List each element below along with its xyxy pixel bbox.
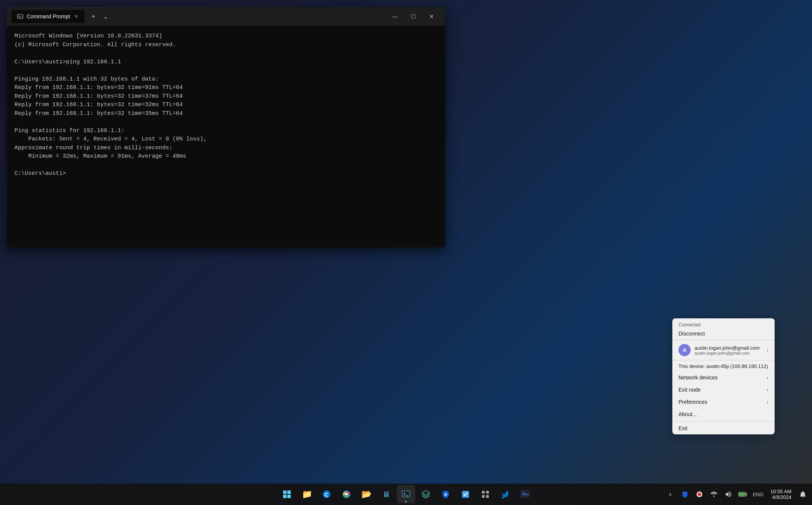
taskbar-files[interactable]: 📂 xyxy=(357,485,375,503)
taskbar-file-explorer[interactable]: 📁 xyxy=(298,485,316,503)
start-button[interactable] xyxy=(278,485,296,503)
minimize-button[interactable]: — xyxy=(386,10,404,23)
taskbar-apps[interactable] xyxy=(476,485,495,503)
tray-expand-button[interactable]: ∧ xyxy=(664,488,677,500)
taskbar-edge[interactable] xyxy=(317,485,336,503)
taskbar-vscode[interactable] xyxy=(496,485,514,503)
taskbar-tasks[interactable] xyxy=(456,485,475,503)
cmd-tab-icon xyxy=(17,13,24,20)
cmd-line-17: C:\Users\austi> xyxy=(14,169,437,178)
cmd-line-16 xyxy=(14,161,437,170)
cmd-line-4: C:\Users\austi>ping 192.168.1.1 xyxy=(14,58,437,67)
clock-time: 10:55 AM xyxy=(770,489,791,494)
taskbar: 📁 📂 xyxy=(0,484,812,505)
tab-dropdown-button[interactable]: ⌄ xyxy=(100,11,111,22)
taskbar-chrome[interactable] xyxy=(337,485,356,503)
account-chevron-icon: › xyxy=(767,347,768,353)
cmd-line-9: Reply from 192.168.1.1: bytes=32 time=32… xyxy=(14,101,437,110)
taskbar-stack[interactable] xyxy=(417,485,435,503)
svg-rect-23 xyxy=(739,493,745,496)
cmd-tab-label: Command Prompt xyxy=(27,13,70,19)
cmd-tab[interactable]: Command Prompt ✕ xyxy=(11,10,85,23)
taskbar-remote-desktop[interactable]: 🖥 xyxy=(377,485,395,503)
vpn-popup: Connected Disconnect A austin.logan.john… xyxy=(672,318,775,434)
svg-rect-15 xyxy=(486,495,489,498)
desktop: Command Prompt ✕ + ⌄ — ☐ ✕ Microsoft Win… xyxy=(0,0,812,505)
taskbar-bitwarden[interactable] xyxy=(437,485,455,503)
vpn-account-row[interactable]: A austin.logan.john@gmail.com austin.log… xyxy=(672,341,775,359)
vpn-divider-1 xyxy=(672,340,775,340)
cmd-line-3 xyxy=(14,49,437,58)
tailscale-tray-icon[interactable] xyxy=(693,488,706,500)
cmd-tab-close-button[interactable]: ✕ xyxy=(73,13,79,19)
maximize-button[interactable]: ☐ xyxy=(404,10,422,23)
preferences-chevron-icon: › xyxy=(767,399,768,405)
vpn-divider-2 xyxy=(672,360,775,360)
vpn-network-devices-item[interactable]: Network devices › xyxy=(672,371,775,384)
vpn-about-item[interactable]: About... xyxy=(672,408,775,420)
battery-tray-icon[interactable] xyxy=(737,488,749,500)
vpn-preferences-label: Preferences xyxy=(678,399,707,405)
cmd-line-5 xyxy=(14,66,437,75)
vpn-account-info: austin.logan.john@gmail.com austin.logan… xyxy=(694,345,763,355)
language-tray-icon[interactable]: ENG xyxy=(751,488,765,500)
svg-rect-12 xyxy=(482,491,485,494)
vpn-exit-node-item[interactable]: Exit node › xyxy=(672,384,775,396)
svg-marker-10 xyxy=(422,490,430,495)
vpn-preferences-item[interactable]: Preferences › xyxy=(672,396,775,408)
vpn-disconnect-button[interactable]: Disconnect xyxy=(672,328,775,339)
vpn-status-label: Connected xyxy=(678,322,768,328)
vpn-network-devices-label: Network devices xyxy=(678,374,718,381)
cmd-tab-area: Command Prompt ✕ + ⌄ xyxy=(11,10,386,23)
svg-rect-13 xyxy=(486,491,489,494)
cmd-window: Command Prompt ✕ + ⌄ — ☐ ✕ Microsoft Win… xyxy=(7,7,445,247)
notification-bell-icon[interactable] xyxy=(797,488,809,500)
cmd-line-12: Ping statistics for 192.168.1.1: xyxy=(14,127,437,136)
volume-tray-icon[interactable] xyxy=(722,488,735,500)
svg-text:PS>: PS> xyxy=(522,492,529,496)
cmd-line-13: Packets: Sent = 4, Received = 4, Lost = … xyxy=(14,135,437,144)
svg-rect-22 xyxy=(746,493,747,495)
svg-point-20 xyxy=(713,495,714,497)
cmd-titlebar: Command Prompt ✕ + ⌄ — ☐ ✕ xyxy=(7,7,445,26)
clock-area[interactable]: 10:55 AM 4/9/2024 xyxy=(767,489,794,500)
vpn-device-info: This device: austin-ll5p (100.98.190.112… xyxy=(672,361,775,371)
svg-rect-3 xyxy=(287,490,291,494)
bitwarden-tray-icon[interactable] xyxy=(679,488,691,500)
taskbar-right: ∧ xyxy=(664,488,809,500)
vpn-account-email-sub: austin.logan.john@gmail.com xyxy=(694,351,763,355)
vpn-exit-item[interactable]: Exit xyxy=(672,422,775,434)
cmd-line-7: Reply from 192.168.1.1: bytes=32 time=91… xyxy=(14,84,437,92)
vpn-exit-node-label: Exit node xyxy=(678,387,701,393)
cmd-line-8: Reply from 192.168.1.1: bytes=32 time=37… xyxy=(14,92,437,101)
cmd-line-15: Minimum = 32ms, Maximum = 91ms, Average … xyxy=(14,152,437,161)
svg-rect-5 xyxy=(287,495,291,498)
cmd-window-controls: — ☐ ✕ xyxy=(386,10,440,23)
clock-date: 4/9/2024 xyxy=(772,494,791,500)
exit-node-chevron-icon: › xyxy=(767,387,768,393)
cmd-line-10: Reply from 192.168.1.1: bytes=32 time=35… xyxy=(14,110,437,118)
cmd-line-1: Microsoft Windows [Version 10.0.22631.33… xyxy=(14,32,437,41)
vpn-about-label: About... xyxy=(678,411,697,417)
cmd-content: Microsoft Windows [Version 10.0.22631.33… xyxy=(7,26,445,247)
vpn-popup-header: Connected xyxy=(672,318,775,328)
taskbar-terminal[interactable] xyxy=(397,485,415,503)
taskbar-terminal2[interactable]: PS> xyxy=(516,485,534,503)
taskbar-center: 📁 📂 xyxy=(278,485,534,503)
vpn-divider-3 xyxy=(672,421,775,421)
cmd-line-11 xyxy=(14,118,437,127)
cmd-line-2: (c) Microsoft Corporation. All rights re… xyxy=(14,41,437,50)
avatar: A xyxy=(678,344,691,356)
svg-rect-2 xyxy=(283,490,287,494)
cmd-line-14: Approximate round trip times in milli-se… xyxy=(14,144,437,153)
vpn-account-email: austin.logan.john@gmail.com xyxy=(694,345,763,351)
svg-point-19 xyxy=(698,493,701,496)
svg-rect-4 xyxy=(283,495,287,498)
new-tab-button[interactable]: + xyxy=(88,11,99,22)
svg-rect-14 xyxy=(482,495,485,498)
network-devices-chevron-icon: › xyxy=(767,374,768,381)
close-button[interactable]: ✕ xyxy=(423,10,440,23)
cmd-line-6: Pinging 192.168.1.1 with 32 bytes of dat… xyxy=(14,75,437,84)
tab-actions: + ⌄ xyxy=(88,11,111,22)
network-tray-icon[interactable] xyxy=(708,488,720,500)
